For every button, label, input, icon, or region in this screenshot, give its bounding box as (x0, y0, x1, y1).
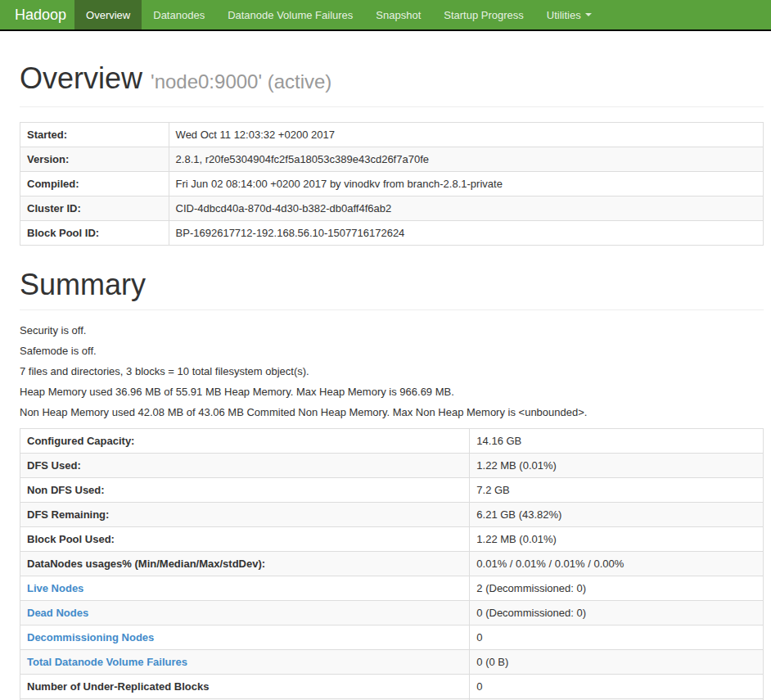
page-subtitle: 'node0:9000' (active) (151, 70, 331, 93)
table-row: Cluster ID: CID-4dbcd40a-870d-4d30-b382-… (20, 196, 764, 221)
navbar-item[interactable]: Snapshot (364, 0, 432, 29)
row-value: 7.2 GB (476, 484, 509, 496)
table-row: Decommissioning Nodes 0 (20, 625, 764, 650)
row-value: 2 (Decommissioned: 0) (476, 582, 586, 594)
cluster-info-table: Started: Wed Oct 11 12:03:32 +0200 2017 … (20, 122, 764, 246)
navbar-item-label: Datanodes (153, 9, 205, 21)
row-label: Cluster ID: (27, 202, 81, 215)
row-label[interactable]: Live Nodes (27, 582, 83, 594)
table-row: DFS Used: 1.22 MB (0.01%) (20, 454, 764, 478)
navbar-item-label: Snapshot (376, 9, 421, 21)
summary-paragraph: Safemode is off. (20, 345, 764, 357)
table-row: Compiled: Fri Jun 02 08:14:00 +0200 2017… (20, 172, 764, 196)
page-content: Overview 'node0:9000' (active) Started: … (0, 62, 771, 700)
navbar-item-label: Datanode Volume Failures (228, 9, 353, 21)
navbar-menu: Overview Datanodes Datanode Volume Failu… (74, 0, 603, 29)
hadoop-brand-link[interactable]: Hadoop (0, 0, 74, 29)
table-row: Configured Capacity: 14.16 GB (20, 429, 764, 454)
table-row: Total Datanode Volume Failures 0 (0 B) (20, 650, 764, 675)
row-label: Configured Capacity: (27, 435, 134, 447)
row-label[interactable]: Decommissioning Nodes (27, 631, 154, 644)
row-label[interactable]: Total Datanode Volume Failures (27, 656, 187, 668)
row-value: 0 (0 B) (476, 656, 508, 668)
summary-paragraph: Heap Memory used 36.96 MB of 55.91 MB He… (20, 386, 764, 398)
table-row: DataNodes usages% (Min/Median/Max/stdDev… (20, 552, 764, 576)
row-value: Fri Jun 02 08:14:00 +0200 2017 by vinodk… (176, 178, 503, 190)
divider (20, 106, 764, 107)
divider (20, 309, 764, 310)
table-row: Started: Wed Oct 11 12:03:32 +0200 2017 (20, 123, 764, 147)
row-value: 1.22 MB (0.01%) (476, 459, 557, 472)
row-value: CID-4dbcd40a-870d-4d30-b382-db0aff4f6ab2 (176, 202, 392, 215)
row-label: Version: (27, 153, 69, 165)
navbar-item[interactable]: Datanodes (142, 0, 216, 29)
row-value: 6.21 GB (43.82%) (476, 508, 561, 521)
table-row: Number of Under-Replicated Blocks 0 (20, 675, 764, 699)
row-label: Compiled: (27, 178, 79, 190)
row-value: 1.22 MB (0.01%) (476, 533, 557, 545)
navbar-item-label: Startup Progress (444, 9, 524, 21)
navbar-item-label: Overview (86, 9, 130, 21)
navbar-item-label: Utilities (547, 9, 581, 21)
row-label: DFS Used: (27, 459, 81, 472)
navbar-item[interactable]: Overview (74, 0, 142, 29)
table-row: Block Pool Used: 1.22 MB (0.01%) (20, 527, 764, 552)
summary-paragraph: Security is off. (20, 325, 764, 336)
table-row: Live Nodes 2 (Decommissioned: 0) (20, 576, 764, 601)
navbar-item[interactable]: Startup Progress (432, 0, 535, 29)
summary-table: Configured Capacity: 14.16 GB DFS Used: … (20, 428, 764, 700)
row-value: 0 (Decommissioned: 0) (476, 607, 586, 619)
row-value: BP-1692617712-192.168.56.10-150771617262… (176, 227, 405, 239)
summary-paragraph: Non Heap Memory used 42.08 MB of 43.06 M… (20, 407, 764, 418)
row-label: Block Pool ID: (27, 227, 99, 239)
row-value: 0.01% / 0.01% / 0.01% / 0.00% (476, 558, 624, 570)
row-value: 0 (476, 680, 482, 693)
row-value: 0 (476, 631, 482, 644)
row-label: Block Pool Used: (27, 533, 115, 545)
row-label: Non DFS Used: (27, 484, 105, 496)
table-row: Version: 2.8.1, r20fe5304904fc2f5a18053c… (20, 147, 764, 172)
row-label: Started: (27, 129, 67, 141)
navbar: Hadoop Overview Datanodes Datanode Volum… (0, 0, 771, 31)
row-label: Number of Under-Replicated Blocks (27, 680, 210, 693)
table-row: Block Pool ID: BP-1692617712-192.168.56.… (20, 221, 764, 246)
navbar-item[interactable]: Utilities (535, 0, 603, 29)
page-title: Overview 'node0:9000' (active) (20, 62, 764, 98)
row-label[interactable]: Dead Nodes (27, 607, 88, 619)
row-value: 14.16 GB (476, 435, 521, 447)
table-row: DFS Remaining: 6.21 GB (43.82%) (20, 503, 764, 527)
table-row: Dead Nodes 0 (Decommissioned: 0) (20, 601, 764, 625)
navbar-item[interactable]: Datanode Volume Failures (216, 0, 364, 29)
summary-heading: Summary (20, 269, 764, 301)
page-title-text: Overview (20, 61, 142, 95)
row-value: Wed Oct 11 12:03:32 +0200 2017 (176, 129, 335, 141)
row-value: 2.8.1, r20fe5304904fc2f5a18053c389e43cd2… (176, 153, 429, 165)
row-label: DFS Remaining: (27, 508, 109, 521)
chevron-down-icon (585, 13, 592, 16)
summary-paragraphs: Security is off. Safemode is off. 7 file… (20, 325, 764, 418)
table-row: Non DFS Used: 7.2 GB (20, 478, 764, 503)
row-label: DataNodes usages% (Min/Median/Max/stdDev… (27, 558, 265, 570)
summary-paragraph: 7 files and directories, 3 blocks = 10 t… (20, 366, 764, 377)
